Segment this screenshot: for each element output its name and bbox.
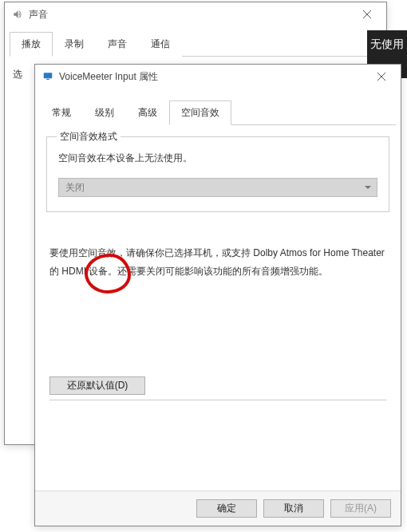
spatial-format-group: 空间音效格式 空间音效在本设备上无法使用。 关闭 [46,136,389,212]
restore-row: 还原默认值(D) [49,376,386,400]
tab-sounds[interactable]: 声音 [96,32,139,57]
properties-titlebar: VoiceMeeter Input 属性 [35,65,401,89]
apply-label: 应用(A) [345,502,377,515]
spatial-help-text: 要使用空间音效，请确保你已选择耳机，或支持 Dolby Atmos for Ho… [49,244,386,281]
spatial-format-dropdown: 关闭 [58,178,377,197]
tab-spatial-sound[interactable]: 空间音效 [169,100,231,125]
sound-icon [11,8,24,21]
tab-levels[interactable]: 级别 [83,100,126,125]
cancel-button[interactable]: 取消 [263,499,324,518]
restore-defaults-label: 还原默认值(D) [67,379,128,392]
dropdown-value: 关闭 [65,181,85,195]
sound-titlebar: 声音 [5,2,386,26]
properties-title: VoiceMeeter Input 属性 [59,70,366,84]
spatial-format-legend: 空间音效格式 [57,130,121,144]
restore-defaults-button[interactable]: 还原默认值(D) [49,376,145,395]
close-icon[interactable] [351,4,383,25]
device-icon [41,70,54,83]
offscreen-text: 无使用 [370,37,404,50]
svg-rect-0 [44,73,53,78]
close-icon[interactable] [366,66,397,87]
voicemeeter-properties-dialog: VoiceMeeter Input 属性 常规 级别 高级 空间音效 空间音效格… [34,64,401,526]
cancel-label: 取消 [284,502,303,515]
apply-button: 应用(A) [330,499,391,518]
tab-general[interactable]: 常规 [40,100,83,125]
dialog-buttons: 确定 取消 应用(A) [35,491,401,526]
properties-tabs: 常规 级别 高级 空间音效 [40,100,396,125]
sound-title: 声音 [29,8,351,22]
ok-label: 确定 [217,502,236,515]
svg-rect-1 [46,79,49,80]
ok-button[interactable]: 确定 [196,499,257,518]
tab-communications[interactable]: 通信 [139,32,182,57]
tab-advanced[interactable]: 高级 [126,100,169,125]
select-label: 选 [13,69,22,80]
tab-recording[interactable]: 录制 [53,32,96,57]
spatial-unavailable-text: 空间音效在本设备上无法使用。 [58,152,377,165]
sound-tabs: 播放 录制 声音 通信 [10,31,381,57]
chevron-down-icon [364,183,372,194]
tab-playback[interactable]: 播放 [10,32,53,57]
